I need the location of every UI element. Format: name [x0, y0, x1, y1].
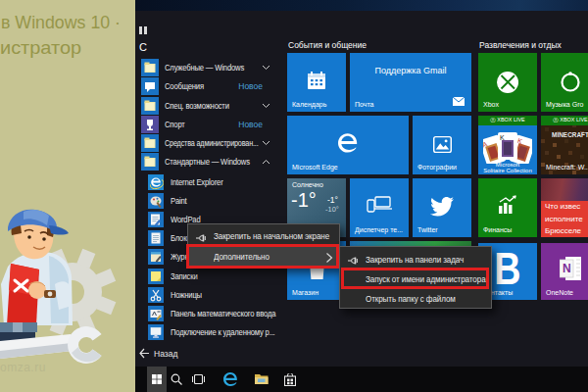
- svg-text:N: N: [563, 262, 571, 275]
- svg-text:K: K: [500, 134, 505, 141]
